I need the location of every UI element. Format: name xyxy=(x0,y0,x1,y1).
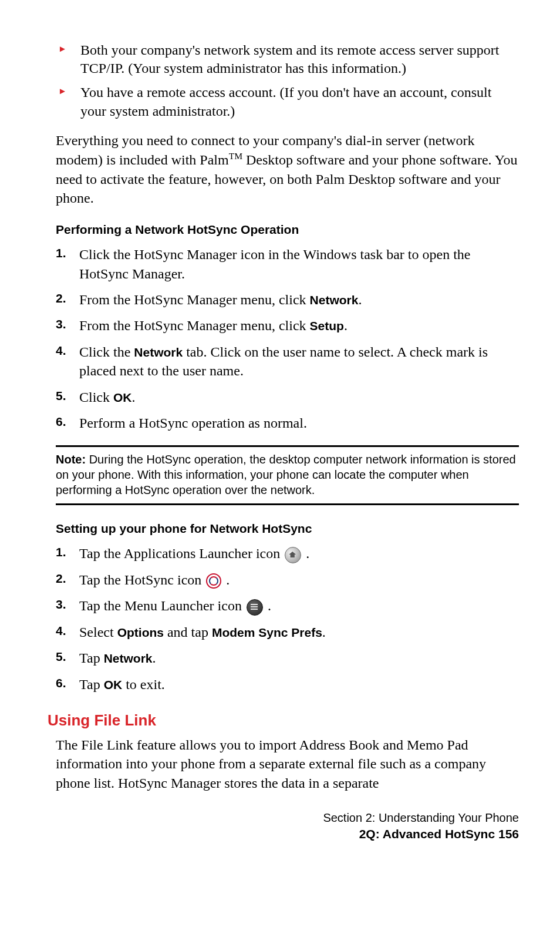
step-text: . xyxy=(226,572,230,587)
step-text: . xyxy=(358,292,362,307)
step-text: Select xyxy=(79,624,117,640)
step-text: . xyxy=(132,389,136,405)
trademark: TM xyxy=(229,151,242,161)
note-box: Note: During the HotSync operation, the … xyxy=(56,445,519,505)
footer-chapter-page: 2Q: Advanced HotSync 156 xyxy=(56,826,519,842)
bold-text: Network xyxy=(310,293,359,307)
page-footer: Section 2: Understanding Your Phone 2Q: … xyxy=(56,810,519,842)
step-text: Tap xyxy=(79,677,104,692)
bold-text: Setup xyxy=(310,319,344,332)
bullet-text: Both your company's network system and i… xyxy=(80,42,500,76)
step-text: From the HotSync Manager menu, click xyxy=(79,292,310,307)
step-text: Tap the HotSync icon xyxy=(79,572,205,587)
steps-list-2: Tap the Applications Launcher icon . Tap… xyxy=(56,544,519,694)
prereq-bullet-list: Both your company's network system and i… xyxy=(56,41,519,120)
step-item: Tap Network. xyxy=(56,649,519,667)
bullet-text: You have a remote access account. (If yo… xyxy=(80,85,491,118)
bullet-item: You have a remote access account. (If yo… xyxy=(56,83,519,120)
step-item: Select Options and tap Modem Sync Prefs. xyxy=(56,623,519,641)
intro-paragraph: Everything you need to connect to your c… xyxy=(56,131,519,208)
step-text: Click xyxy=(79,389,113,405)
step-text: From the HotSync Manager menu, click xyxy=(79,318,310,333)
bold-text: Network xyxy=(134,345,183,359)
step-text: Click the xyxy=(79,344,134,360)
step-text: . xyxy=(268,598,271,613)
bold-text: OK xyxy=(113,391,132,404)
steps-list-1: Click the HotSync Manager icon in the Wi… xyxy=(56,245,519,432)
step-text: . xyxy=(344,318,348,333)
step-item: Tap the Applications Launcher icon . xyxy=(56,544,519,563)
step-item: Click the Network tab. Click on the user… xyxy=(56,342,519,381)
bullet-item: Both your company's network system and i… xyxy=(56,41,519,78)
step-text: . xyxy=(322,624,326,640)
section-heading-file-link: Using File Link xyxy=(48,711,519,730)
bold-text: OK xyxy=(104,678,123,691)
menu-launcher-icon xyxy=(247,599,263,616)
step-item: Tap the HotSync icon . xyxy=(56,570,519,589)
subheading-network-hotsync: Performing a Network HotSync Operation xyxy=(56,223,519,237)
document-page: Both your company's network system and i… xyxy=(0,0,560,866)
file-link-paragraph: The File Link feature allows you to impo… xyxy=(56,735,519,792)
step-item: Tap OK to exit. xyxy=(56,675,519,694)
step-text: Perform a HotSync operation as normal. xyxy=(79,415,307,431)
bold-text: Network xyxy=(104,651,153,665)
step-text: . xyxy=(306,546,309,561)
note-label: Note: xyxy=(56,453,86,466)
applications-launcher-icon xyxy=(285,547,301,563)
step-text: to exit. xyxy=(122,677,165,692)
bold-text: Modem Sync Prefs xyxy=(212,626,322,639)
step-item: Click OK. xyxy=(56,388,519,406)
note-body: During the HotSync operation, the deskto… xyxy=(56,453,516,496)
step-text: . xyxy=(153,650,156,666)
step-item: Tap the Menu Launcher icon . xyxy=(56,596,519,615)
step-item: Perform a HotSync operation as normal. xyxy=(56,414,519,432)
step-text: and tap xyxy=(164,624,212,640)
step-text: Tap xyxy=(79,650,104,666)
step-item: From the HotSync Manager menu, click Set… xyxy=(56,316,519,335)
step-item: Click the HotSync Manager icon in the Wi… xyxy=(56,245,519,283)
step-text: Tap the Menu Launcher icon xyxy=(79,598,245,613)
step-text: Tap the Applications Launcher icon xyxy=(79,546,284,561)
bold-text: Options xyxy=(117,626,164,639)
subheading-phone-setup: Setting up your phone for Network HotSyn… xyxy=(56,522,519,536)
footer-section-line: Section 2: Understanding Your Phone xyxy=(56,810,519,826)
step-text: Click the HotSync Manager icon in the Wi… xyxy=(79,247,470,281)
hotsync-icon xyxy=(206,573,221,589)
step-item: From the HotSync Manager menu, click Net… xyxy=(56,290,519,309)
